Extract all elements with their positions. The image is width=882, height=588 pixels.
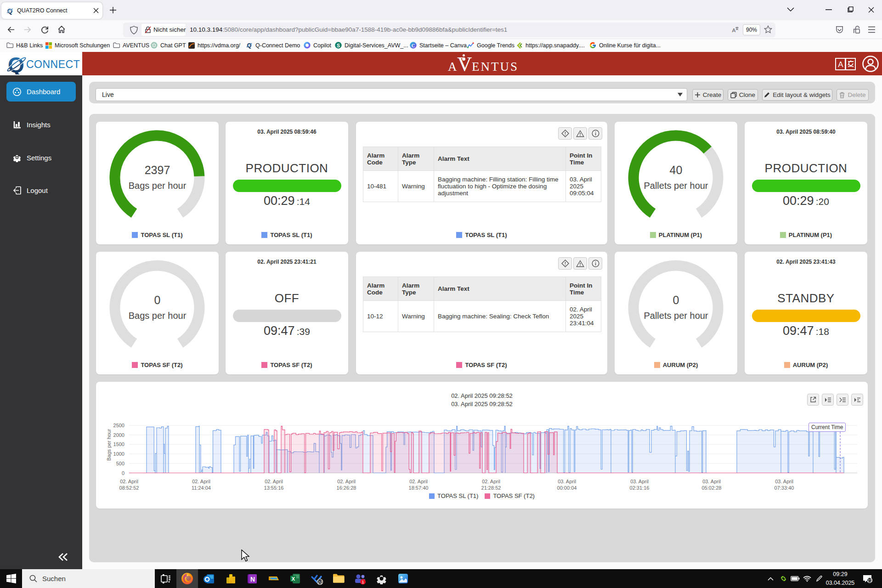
svg-text:21:28:52: 21:28:52 — [481, 485, 501, 491]
svg-text:02. April: 02. April — [409, 479, 428, 484]
svg-text:08:52:52: 08:52:52 — [119, 485, 139, 491]
svg-text:1: 1 — [362, 580, 364, 584]
svg-text:03. April: 03. April — [702, 479, 721, 484]
svg-text:22: 22 — [317, 580, 322, 584]
svg-text:02. April: 02. April — [120, 479, 138, 484]
svg-text:02. April: 02. April — [192, 479, 210, 484]
svg-text:0: 0 — [122, 470, 124, 476]
svg-text:500: 500 — [116, 461, 124, 466]
svg-text:1000: 1000 — [113, 451, 124, 457]
svg-text:02. April: 02. April — [265, 479, 283, 484]
svg-text:16:26:28: 16:26:28 — [337, 485, 356, 491]
svg-text:2500: 2500 — [113, 423, 124, 428]
svg-text:11:24:04: 11:24:04 — [192, 485, 211, 491]
svg-text:18:57:40: 18:57:40 — [409, 485, 429, 491]
svg-text:00:00:04: 00:00:04 — [557, 485, 577, 491]
svg-text:23: 23 — [867, 578, 872, 582]
svg-text:N: N — [250, 575, 254, 582]
svg-text:A: A — [732, 27, 736, 33]
svg-text:X: X — [292, 576, 295, 582]
svg-text:2000: 2000 — [113, 432, 124, 438]
svg-text:02. April: 02. April — [337, 479, 356, 484]
svg-text:03. April: 03. April — [775, 479, 793, 484]
svg-text:07:33:40: 07:33:40 — [775, 485, 794, 491]
svg-text:Q: Q — [7, 7, 13, 15]
svg-text:1500: 1500 — [113, 441, 124, 447]
svg-text:03. April: 03. April — [558, 479, 576, 484]
svg-text:Q: Q — [247, 42, 252, 49]
svg-text:C: C — [412, 43, 415, 48]
svg-text:02:31:16: 02:31:16 — [630, 485, 650, 491]
svg-text:A: A — [838, 60, 843, 69]
svg-text:05:02:28: 05:02:28 — [702, 485, 722, 491]
svg-text:03. April: 03. April — [630, 479, 649, 484]
svg-text:02. April: 02. April — [482, 479, 500, 484]
svg-text:13:55:16: 13:55:16 — [264, 485, 284, 491]
svg-text:S: S — [337, 43, 340, 48]
